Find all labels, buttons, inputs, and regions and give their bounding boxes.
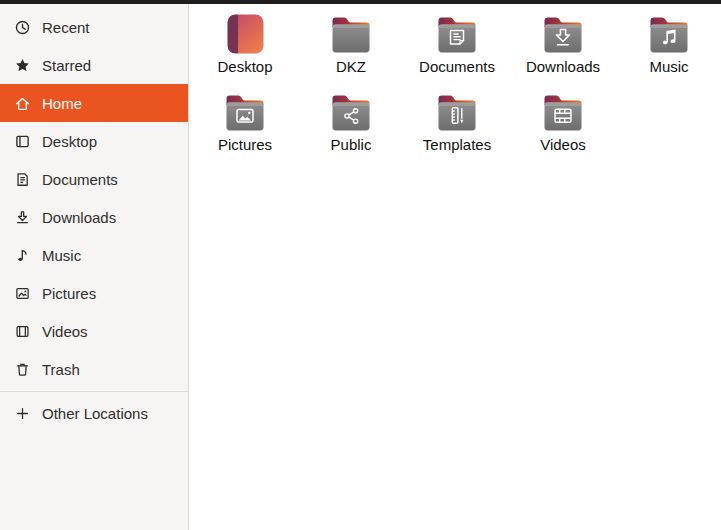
sidebar-item-label: Other Locations [42,405,148,422]
sidebar-item-label: Starred [42,57,91,74]
folder-label: Public [331,137,372,153]
folder-icon [327,10,375,58]
sidebar-item-home[interactable]: Home [0,84,188,122]
folder-videos[interactable]: Videos [510,88,616,166]
star-icon [14,57,31,74]
folder-downloads-icon [539,10,587,58]
sidebar-item-pictures[interactable]: Pictures [0,274,188,312]
folder-documents[interactable]: Documents [404,10,510,88]
folder-dkz[interactable]: DKZ [298,10,404,88]
desktop-panel-icon [14,133,31,150]
folder-label: Music [649,59,688,75]
folder-downloads[interactable]: Downloads [510,10,616,88]
folder-label: Documents [419,59,495,75]
files-grid: Desktop DKZ Documents Downloads [192,10,721,166]
sidebar-item-trash[interactable]: Trash [0,350,188,388]
download-icon [14,209,31,226]
folder-documents-icon [433,10,481,58]
sidebar-item-videos[interactable]: Videos [0,312,188,350]
sidebar-item-label: Desktop [42,133,97,150]
sidebar-item-label: Trash [42,361,80,378]
plus-icon [14,405,31,422]
sidebar-item-label: Pictures [42,285,96,302]
sidebar-item-starred[interactable]: Starred [0,46,188,84]
folder-templates[interactable]: Templates [404,88,510,166]
folder-label: Downloads [526,59,600,75]
files-view: Desktop DKZ Documents Downloads [190,4,721,530]
home-icon [14,95,31,112]
clock-icon [14,19,31,36]
folder-pictures[interactable]: Pictures [192,88,298,166]
folder-desktop[interactable]: Desktop [192,10,298,88]
folder-music-icon [645,10,693,58]
folder-label: Desktop [217,59,272,75]
file-manager-window: Recent Starred Home Desktop [0,0,721,530]
music-note-icon [14,247,31,264]
image-icon [14,285,31,302]
sidebar-list: Recent Starred Home Desktop [0,8,188,388]
sidebar-item-label: Music [42,247,81,264]
folder-templates-icon [433,88,481,136]
sidebar-item-label: Downloads [42,209,116,226]
folder-label: Pictures [218,137,272,153]
sidebar-bottom-list: Other Locations [0,394,188,432]
trash-icon [14,361,31,378]
sidebar-item-label: Recent [42,19,90,36]
sidebar-item-documents[interactable]: Documents [0,160,188,198]
sidebar-item-music[interactable]: Music [0,236,188,274]
desktop-folder-icon [221,10,269,58]
document-icon [14,171,31,188]
folder-label: Templates [423,137,491,153]
folder-public[interactable]: Public [298,88,404,166]
folder-pictures-icon [221,88,269,136]
folder-videos-icon [539,88,587,136]
sidebar-item-desktop[interactable]: Desktop [0,122,188,160]
folder-label: Videos [540,137,586,153]
folder-share-icon [327,88,375,136]
sidebar-item-downloads[interactable]: Downloads [0,198,188,236]
sidebar-item-label: Home [42,95,82,112]
sidebar-divider [0,391,188,392]
folder-music[interactable]: Music [616,10,721,88]
sidebar: Recent Starred Home Desktop [0,4,189,530]
film-icon [14,323,31,340]
sidebar-item-recent[interactable]: Recent [0,8,188,46]
sidebar-item-label: Videos [42,323,88,340]
sidebar-item-label: Documents [42,171,118,188]
folder-label: DKZ [336,59,366,75]
sidebar-item-other-locations[interactable]: Other Locations [0,394,188,432]
